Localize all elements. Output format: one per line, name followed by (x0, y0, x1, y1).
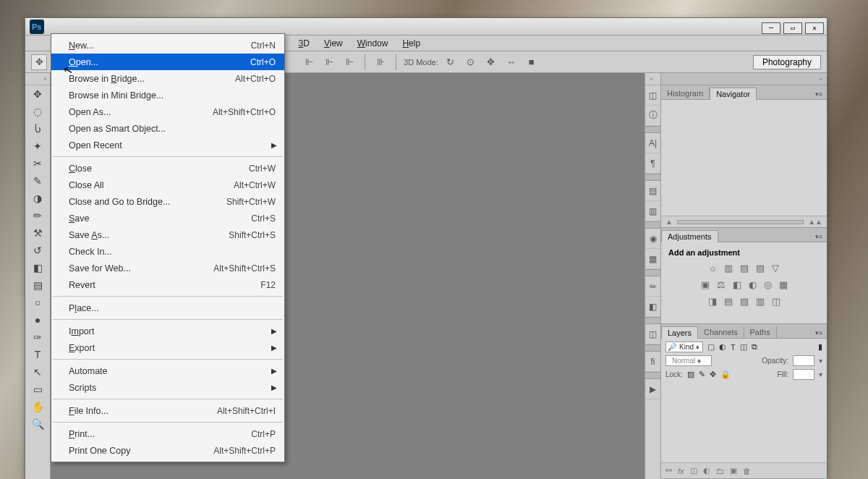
adj-colorbal-icon[interactable]: ⚖ (717, 279, 726, 290)
minimize-button[interactable]: ─ (762, 22, 780, 34)
adj-thresh-icon[interactable]: ▨ (740, 296, 749, 307)
tab-navigator[interactable]: Navigator (710, 88, 757, 100)
strip-brush-icon[interactable]: ✏ (645, 276, 660, 297)
tab-histogram[interactable]: Histogram (661, 88, 710, 99)
file-menu-open[interactable]: Open...Ctrl+O (51, 54, 284, 70)
tab-adjustments[interactable]: Adjustments (661, 230, 718, 242)
tools-collapse-handle[interactable]: « (25, 73, 50, 85)
adj-photo-icon[interactable]: ◐ (749, 279, 757, 290)
file-menu-scripts[interactable]: Scripts▶ (51, 379, 284, 396)
fill-field[interactable] (793, 369, 814, 380)
opacity-stepper[interactable]: ▾ (819, 357, 822, 365)
clone-stamp-tool[interactable]: ⚒ (25, 224, 50, 242)
new-layer-icon[interactable]: ▣ (730, 466, 737, 475)
tab-paths[interactable]: Paths (744, 326, 777, 338)
file-menu-open-as-smart-object[interactable]: Open as Smart Object... (51, 120, 284, 137)
layer-fx-icon[interactable]: fx (678, 467, 684, 475)
adj-levels-icon[interactable]: ▥ (724, 263, 733, 274)
menu-view[interactable]: View (317, 37, 350, 50)
layer-filter-kind[interactable]: Kind ♦ (665, 342, 703, 352)
panel-menu-icon[interactable]: ▾≡ (811, 328, 827, 338)
delete-layer-icon[interactable]: 🗑 (743, 467, 751, 475)
filter-type-icon[interactable]: T (731, 343, 736, 352)
lasso-tool[interactable]: Ⴑ (25, 120, 50, 137)
distribute-5-icon[interactable]: ⊩ (321, 54, 337, 70)
strip-fi-icon[interactable]: fi (645, 352, 660, 372)
file-menu-save[interactable]: SaveCtrl+S (51, 210, 284, 226)
zoom-in-mtn-icon[interactable]: ▲▲ (808, 218, 822, 226)
eyedropper-tool[interactable]: ✎ (25, 172, 50, 190)
tool-preset-icon[interactable]: ✥ (31, 54, 47, 70)
distribute-7-icon[interactable]: ⊪ (373, 54, 388, 70)
adj-selcolor-icon[interactable]: ◫ (772, 296, 780, 307)
workspace-switcher[interactable]: Photography (753, 55, 821, 69)
file-menu-browse-in-mini-bridge[interactable]: Browse in Mini Bridge... (51, 87, 284, 103)
strip-info-icon[interactable]: ⓘ (645, 106, 660, 126)
file-menu-save-as[interactable]: Save As...Shift+Ctrl+S (51, 226, 284, 243)
3d-rotate-icon[interactable]: ↻ (443, 54, 459, 70)
blend-mode-select[interactable]: Normal ♦ (665, 355, 712, 366)
hand-tool[interactable]: ✋ (25, 398, 50, 415)
pen-tool[interactable]: ✑ (25, 328, 50, 346)
dodge-tool[interactable]: ● (25, 311, 50, 328)
adj-poster-icon[interactable]: ▤ (724, 296, 733, 307)
marquee-tool[interactable]: ◌ (25, 103, 50, 120)
strip-swatches-icon[interactable]: ◉ (645, 229, 660, 249)
layer-mask-icon[interactable]: ◫ (690, 466, 697, 475)
file-menu-save-for-web[interactable]: Save for Web...Alt+Shift+Ctrl+S (51, 260, 284, 276)
adj-hue-icon[interactable]: ▣ (701, 279, 710, 290)
file-menu-automate[interactable]: Automate▶ (51, 363, 284, 379)
file-menu-print[interactable]: Print...Ctrl+P (51, 425, 284, 442)
tab-layers[interactable]: Layers (661, 326, 698, 339)
file-menu-export[interactable]: Export▶ (51, 339, 284, 356)
file-menu-check-in[interactable]: Check In... (51, 243, 284, 260)
maximize-button[interactable]: ▭ (783, 22, 802, 34)
distribute-4-icon[interactable]: ⊩ (301, 54, 317, 70)
lock-trans-icon[interactable]: ▨ (687, 370, 694, 379)
adj-exposure-icon[interactable]: ▧ (756, 263, 765, 274)
zoom-out-mtn-icon[interactable]: ▲ (665, 218, 673, 226)
file-menu-import[interactable]: Import▶ (51, 323, 284, 339)
3d-pan-icon[interactable]: ✥ (483, 54, 499, 70)
close-button[interactable]: ✕ (805, 22, 824, 34)
filter-smart-icon[interactable]: ⧉ (752, 342, 757, 352)
file-menu-place[interactable]: Place... (51, 300, 284, 316)
crop-tool[interactable]: ✂ (25, 155, 50, 172)
eraser-tool[interactable]: ◧ (25, 259, 50, 276)
3d-scale-icon[interactable]: ■ (524, 54, 540, 70)
type-tool[interactable]: T (25, 346, 50, 363)
strip-collapse-handle[interactable]: « (645, 73, 660, 85)
strip-paragraph-icon[interactable]: ¶ (645, 153, 660, 174)
filter-toggle[interactable]: ▮ (818, 342, 822, 352)
file-menu-close-and-go-to-bridge[interactable]: Close and Go to Bridge...Shift+Ctrl+W (51, 193, 284, 210)
strip-brushpresets-icon[interactable]: ◧ (645, 297, 660, 317)
shape-tool[interactable]: ▭ (25, 381, 50, 398)
adj-bw-icon[interactable]: ◧ (733, 279, 741, 290)
adj-invert-icon[interactable]: ◨ (708, 296, 717, 307)
lock-position-icon[interactable]: ✥ (710, 370, 716, 379)
adj-brightness-icon[interactable]: ☼ (709, 263, 718, 274)
3d-roll-icon[interactable]: ⊙ (463, 54, 479, 70)
3d-slide-icon[interactable]: ↔ (503, 54, 519, 70)
file-menu-browse-in-bridge[interactable]: Browse in Bridge...Alt+Ctrl+O (51, 70, 284, 87)
new-group-icon[interactable]: 🗀 (716, 467, 724, 475)
adj-chmix-icon[interactable]: ◎ (764, 279, 772, 290)
history-brush-tool[interactable]: ↺ (25, 242, 50, 259)
spot-heal-tool[interactable]: ◑ (25, 190, 50, 207)
link-layers-icon[interactable]: ⚯ (665, 466, 672, 475)
filter-pixel-icon[interactable]: ▢ (707, 342, 715, 352)
magic-wand-tool[interactable]: ✦ (25, 137, 50, 155)
brush-tool[interactable]: ✏ (25, 207, 50, 224)
opacity-field[interactable] (793, 355, 814, 366)
file-menu-file-info[interactable]: File Info...Alt+Shift+Ctrl+I (51, 402, 284, 419)
menu-3d[interactable]: 3D (292, 37, 317, 50)
strip-color-icon[interactable]: ◫ (645, 85, 660, 106)
adj-gradmap-icon[interactable]: ▥ (756, 296, 765, 307)
path-select-tool[interactable]: ↖ (25, 363, 50, 381)
lock-pixels-icon[interactable]: ✎ (699, 370, 705, 379)
file-menu-print-one-copy[interactable]: Print One CopyAlt+Shift+Ctrl+P (51, 442, 284, 459)
tab-channels[interactable]: Channels (698, 326, 744, 338)
gradient-tool[interactable]: ▤ (25, 276, 50, 294)
panel-menu-icon[interactable]: ▾≡ (811, 232, 827, 242)
adj-curves-icon[interactable]: ▨ (740, 263, 749, 274)
